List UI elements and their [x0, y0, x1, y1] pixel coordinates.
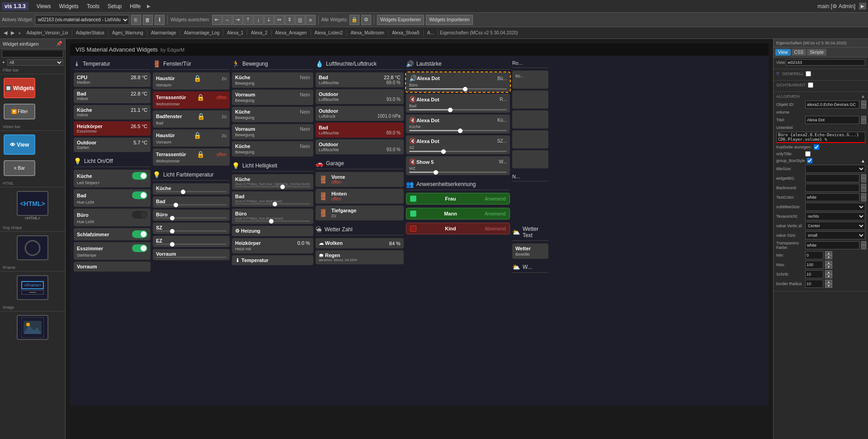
- only-title-checkbox[interactable]: [805, 151, 811, 157]
- max-input[interactable]: [805, 261, 823, 269]
- volume-alexa-kueche[interactable]: 🔇 Alexa Dot Kü... Küche: [406, 115, 510, 134]
- group-boxstyle-checkbox[interactable]: [807, 158, 812, 163]
- heizung-card[interactable]: ⚙ Heizung: [232, 226, 313, 236]
- sidebar-svg-btn[interactable]: [15, 234, 50, 262]
- schritt-up-btn[interactable]: ▲: [825, 270, 832, 274]
- door-terrassentuer2[interactable]: Terrassentür🔒offen Wohnzimmer: [153, 148, 230, 166]
- temp-card-bad[interactable]: Bad22.8 °C Indoor: [74, 89, 151, 103]
- menu-views[interactable]: Views: [33, 2, 55, 10]
- ro-card2[interactable]: [512, 91, 548, 109]
- motion-vorraum2[interactable]: VorraumNein Bewegung: [232, 124, 313, 139]
- right-tab-skripte[interactable]: Skripte: [807, 49, 826, 56]
- tab-adapter-version[interactable]: Adapter_Version_Liv: [23, 29, 72, 36]
- window-controls[interactable]: ▶: [859, 3, 866, 10]
- farb-slider-kueche[interactable]: [156, 191, 226, 192]
- garage-hinten[interactable]: 🚪 Hinten offen: [316, 189, 404, 204]
- hell-slider-buero[interactable]: [235, 220, 310, 222]
- textcolor-btn[interactable]: ⋯: [861, 193, 866, 201]
- tab-alexa-ansagen[interactable]: Alexa_Ansagen: [272, 29, 311, 36]
- max-down-btn[interactable]: ▼: [825, 265, 832, 269]
- luft-outdoor3[interactable]: Outdoor Luftfeuchte93.0 %: [316, 139, 404, 154]
- group-boxstyle-collapse[interactable]: ▲: [861, 158, 865, 163]
- align-same-w-btn[interactable]: ⇔: [274, 15, 284, 25]
- widget-selector[interactable]: w02163 (vis-material-advanced - ListVolu: [35, 15, 129, 25]
- sidebar-search-input[interactable]: [2, 50, 63, 57]
- textcolor-input[interactable]: [805, 193, 859, 201]
- toggle-kueche[interactable]: [132, 172, 147, 180]
- align-center-v-btn[interactable]: ↕: [254, 15, 264, 25]
- widget-copy-btn[interactable]: ⎘: [131, 15, 141, 25]
- schritt-down-btn[interactable]: ▼: [825, 274, 832, 278]
- motion-kueche2[interactable]: KücheNein Bewegung: [232, 107, 313, 122]
- sidebar-view-btn[interactable]: 👁 View: [2, 133, 37, 157]
- vol-slider-show5[interactable]: [409, 172, 507, 173]
- textalign-select[interactable]: rechts: [805, 212, 865, 220]
- light-kueche[interactable]: Küche Led Stripes+: [74, 170, 151, 187]
- generell-checkbox[interactable]: [806, 71, 811, 76]
- volume-alexa-buero[interactable]: 🔊 Alexa Dot Bü... Büro: [406, 72, 510, 92]
- garage-tiefgarage[interactable]: 🚪 Tiefgarage zu: [316, 205, 404, 220]
- ro-card5[interactable]: [512, 150, 548, 168]
- tab-ages-warnung[interactable]: Ages_Warnung: [108, 29, 147, 36]
- export-btn[interactable]: Widgets Exportieren: [377, 15, 424, 25]
- garage-vorne[interactable]: 🚪 Vorne offen: [316, 172, 404, 187]
- toggle-buero[interactable]: [132, 211, 147, 219]
- light-esszimmer[interactable]: Esszimmer Stehlampe: [74, 242, 151, 260]
- sidebar-widget-btn[interactable]: 🔲 Widgets: [2, 76, 37, 100]
- motion-kueche3[interactable]: KücheNein Bewegung: [232, 141, 313, 157]
- tab-alarmanlage[interactable]: Alarmanlage: [147, 29, 180, 36]
- vol-slider-kueche[interactable]: [409, 130, 507, 131]
- value-size-select[interactable]: small: [805, 231, 865, 239]
- min-up-btn[interactable]: ▲: [825, 251, 832, 255]
- menu-hilfe[interactable]: Hilfe: [126, 2, 144, 10]
- filter-select[interactable]: All: [7, 59, 63, 66]
- volume-alexa-bad[interactable]: 🔇 Alexa Dot R... Bad: [406, 94, 510, 113]
- tab-more[interactable]: A...: [424, 29, 438, 36]
- tab-alexa-show5[interactable]: Alexa_Show5: [388, 29, 424, 36]
- temperatur-bottom-card[interactable]: 🌡 Temperatur: [232, 255, 313, 265]
- light-bad[interactable]: Bad Hue Licht: [74, 189, 151, 207]
- wetter-wolken[interactable]: ☁ Wolken84 %: [316, 238, 404, 248]
- light-buero[interactable]: Büro Hue Licht: [74, 209, 151, 226]
- farb-slider-ez[interactable]: [156, 243, 226, 245]
- align-left-btn[interactable]: ⇤: [212, 15, 222, 25]
- hell-bad[interactable]: Bad (hue.0.Philips_hue.Bad.level): [232, 191, 313, 207]
- max-up-btn[interactable]: ▲: [825, 261, 832, 265]
- transparenz-input[interactable]: [805, 241, 859, 249]
- ro-card1[interactable]: Bü...: [512, 71, 548, 89]
- border-radius-input[interactable]: [805, 280, 823, 288]
- widget-del-btn[interactable]: 🗑: [143, 15, 153, 25]
- temp-card-cpu[interactable]: CPU28.8 °C Medion: [74, 72, 151, 87]
- widgetbg-input[interactable]: [805, 174, 859, 182]
- door-haustuer[interactable]: Haustür🔒zu Vorraum: [153, 72, 230, 90]
- sidebar-image-btn[interactable]: [15, 313, 50, 342]
- tab-alarmanlage-log[interactable]: Alarmanlage_Log: [180, 29, 223, 36]
- pres-kind[interactable]: Kind Abwesend: [406, 223, 510, 234]
- motion-vorraum[interactable]: VorraumNein Bewegung: [232, 90, 313, 105]
- tab-nav-right2[interactable]: ▶: [9, 30, 16, 36]
- align-distribute-v-btn[interactable]: ≡: [306, 15, 316, 25]
- light-vorraum[interactable]: Vorraum: [74, 262, 151, 272]
- vol-slider-sz[interactable]: [409, 151, 507, 152]
- luft-outdoor1[interactable]: Outdoor Luftfeuchte93.0 %: [316, 89, 404, 104]
- toggle-bad[interactable]: [132, 191, 147, 199]
- sidebar-bar-btn[interactable]: ≡ Bar: [2, 158, 37, 178]
- farb-vorraum[interactable]: Vorraum: [153, 249, 230, 260]
- tab-alexa-listen2[interactable]: Alexa_Listen2: [311, 29, 347, 36]
- menu-tools[interactable]: Tools: [83, 2, 103, 10]
- titel-input[interactable]: [805, 116, 859, 124]
- br-down-btn[interactable]: ▼: [825, 284, 832, 288]
- wetter-regen[interactable]: 🌧 Regen abnehm. Mond, 94.26%: [316, 250, 404, 264]
- menu-widgets[interactable]: Widgets: [56, 2, 82, 10]
- luft-outdoor2[interactable]: Outdoor Luftdruck1001.0 hPa: [316, 106, 404, 121]
- pres-mann[interactable]: Mann Anwesend: [406, 208, 510, 220]
- backround-btn[interactable]: ⋯: [861, 184, 866, 192]
- door-badfenster[interactable]: Badfenster🔒zu Bad: [153, 110, 230, 128]
- widget-info-btn[interactable]: ℹ: [155, 15, 165, 25]
- backround-input[interactable]: [805, 184, 859, 192]
- sidebar-iframe-btn[interactable]: <iFrame> ═══: [15, 273, 50, 302]
- pres-frau[interactable]: Frau Anwesend: [406, 193, 510, 205]
- tab-nav-add[interactable]: +: [16, 30, 23, 36]
- right-panel-toggle[interactable]: Eigenschaften (MCss v2 5 30.04.2020): [438, 30, 520, 35]
- objekt-id-btn[interactable]: ⋯: [861, 100, 866, 109]
